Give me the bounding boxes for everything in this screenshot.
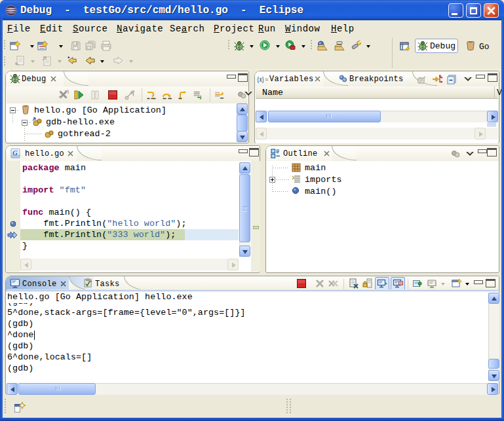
svg-text:G: G [12, 149, 18, 156]
svg-text:=: = [265, 77, 268, 83]
svg-text:(x): (x) [257, 77, 264, 83]
